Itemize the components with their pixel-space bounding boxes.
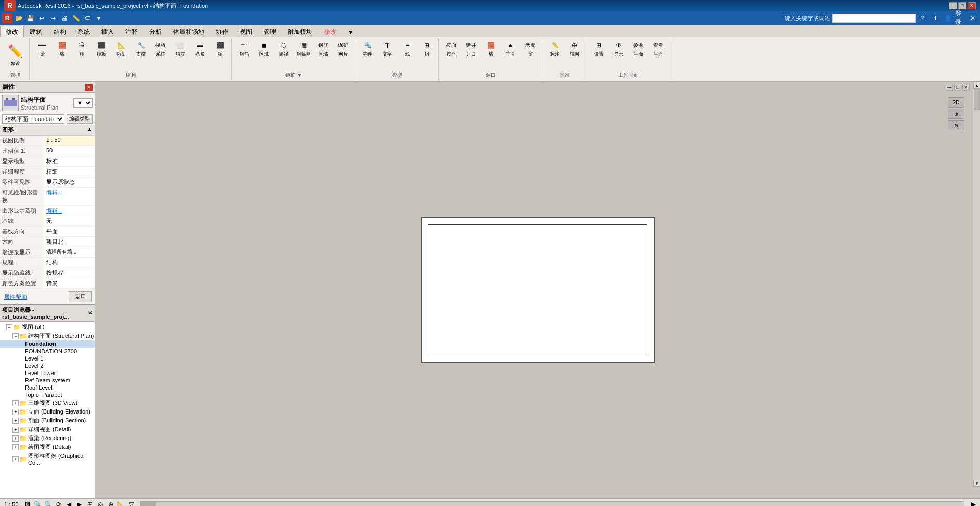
status-snap2-button[interactable]: ◎ [96, 500, 105, 507]
qa-open-button[interactable]: 📂 [14, 13, 24, 23]
app-menu-button[interactable]: R [2, 13, 12, 23]
qa-dropdown-button[interactable]: ▼ [94, 13, 104, 23]
status-snap1-button[interactable]: ⊞ [85, 500, 95, 507]
tab-modify2[interactable]: 修改 [318, 26, 342, 37]
tool-wall-opening[interactable]: 🧱 墙 [481, 39, 500, 58]
apply-button[interactable]: 应用 [69, 291, 92, 302]
status-zoom-out-button[interactable]: 🔍 [44, 500, 53, 507]
tree-toggle-detail[interactable]: + [12, 427, 19, 433]
tab-manage[interactable]: 管理 [258, 26, 282, 37]
tab-modify[interactable]: 修改 [0, 26, 24, 37]
tool-ref-plane[interactable]: 参照 平面 [629, 39, 648, 58]
tree-toggle-section[interactable]: + [12, 418, 19, 424]
tool-rebar[interactable]: 〰 钢筋 [235, 39, 254, 58]
qa-redo-button[interactable]: ↪ [48, 13, 58, 23]
status-scrollbar[interactable] [140, 501, 964, 507]
prop-underlay-orientation-value[interactable]: 平面 [44, 227, 95, 236]
title-bar-controls[interactable]: — □ ✕ [949, 2, 976, 9]
tab-structure[interactable]: 结构 [48, 26, 72, 37]
status-forward-button[interactable]: ▶ [75, 500, 84, 507]
tree-item-foundation-2700[interactable]: FOUNDATION-2700 [0, 348, 95, 355]
tab-architecture[interactable]: 建筑 [24, 26, 48, 37]
tree-item-ref-beam[interactable]: Ref Beam system [0, 377, 95, 384]
view-minimize-button[interactable]: — [946, 84, 953, 91]
qa-tag-button[interactable]: 🏷 [82, 13, 93, 23]
tool-path-rebar[interactable]: ⬡ 路径 [275, 39, 293, 58]
tree-toggle-3dview[interactable]: + [12, 400, 19, 406]
properties-close-button[interactable]: ✕ [85, 84, 93, 91]
sign-in-button[interactable]: 登录 [955, 13, 965, 23]
tree-toggle-drawing-detail[interactable]: + [12, 444, 19, 450]
tab-addins[interactable]: 附加模块 [282, 26, 318, 37]
tool-slab[interactable]: ⬛ 板 [211, 39, 229, 58]
search-input[interactable] [832, 14, 916, 23]
tree-toggle-views[interactable]: − [6, 324, 12, 330]
tree-item-drawing-detail[interactable]: + 📁 绘图视图 (Detail) [0, 443, 95, 451]
tree-toggle-rendering[interactable]: + [12, 435, 19, 442]
tool-column[interactable]: 🏛 柱 [72, 39, 91, 58]
tool-isolated[interactable]: ⬜ 独立 [171, 39, 190, 58]
tree-toggle-graphical[interactable]: + [12, 456, 19, 462]
tool-floor-system[interactable]: 楼板 系统 [151, 39, 170, 58]
minimize-button[interactable]: — [949, 2, 957, 9]
properties-help-link[interactable]: 属性帮助 [2, 292, 29, 302]
tool-mesh[interactable]: ▦ 钢筋网 [294, 39, 313, 58]
tab-analysis[interactable]: 分析 [143, 26, 167, 37]
tool-cover[interactable]: 保护 网片 [334, 39, 352, 58]
tree-item-foundation[interactable]: Foundation [0, 340, 95, 348]
tree-item-top-parapet[interactable]: Top of Parapet [0, 391, 95, 398]
tool-show-workplane[interactable]: 👁 显示 [609, 39, 628, 58]
type-dropdown[interactable]: ▼ [73, 98, 93, 108]
tool-beam[interactable]: ━━ 梁 [33, 39, 51, 58]
prop-display-model-value[interactable]: 标准 [44, 156, 95, 166]
tree-item-section[interactable]: + 📁 剖面 (Building Section) [0, 416, 95, 425]
view-select[interactable]: 结构平面: Foundati [2, 114, 64, 124]
tool-model-text[interactable]: T 文字 [378, 39, 397, 58]
tab-insert[interactable]: 插入 [96, 26, 120, 37]
status-filter-button[interactable]: ▽ [127, 500, 136, 507]
tree-toggle-elevation[interactable]: + [12, 409, 19, 415]
tab-mass[interactable]: 体量和场地 [167, 26, 210, 37]
user-button[interactable]: 👤 [943, 13, 953, 23]
status-view-button[interactable]: 🖼 [23, 500, 32, 507]
scroll-down-button[interactable]: ▼ [973, 480, 980, 487]
prop-parts-value[interactable]: 显示原状态 [44, 177, 95, 187]
tree-item-3d-view[interactable]: + 📁 三维视图 (3D View) [0, 398, 95, 407]
tool-model-line[interactable]: ━ 线 [398, 39, 416, 58]
help-button[interactable]: ? [918, 13, 928, 23]
browser-close-button[interactable]: ✕ [88, 310, 93, 316]
qa-print-button[interactable]: 🖨 [59, 13, 70, 23]
tool-formwork[interactable]: ⬛ 模板 [92, 39, 111, 58]
prop-vg-value[interactable]: 编辑... [44, 188, 95, 205]
tree-item-detail[interactable]: + 📁 详细视图 (Detail) [0, 425, 95, 434]
status-zoom-in-button[interactable]: 🔍 [33, 500, 43, 507]
edit-type-button[interactable]: 编辑类型 [67, 114, 93, 124]
tab-dropdown[interactable]: ▼ [342, 26, 360, 37]
close-button[interactable]: ✕ [968, 2, 976, 9]
tool-grid[interactable]: ⊕ 轴网 [565, 39, 584, 58]
tree-item-level2[interactable]: Level 2 [0, 362, 95, 369]
tool-strip[interactable]: ▬ 条形 [191, 39, 210, 58]
nav-pan-button[interactable]: ⊖ [948, 120, 964, 130]
prop-detail-value[interactable]: 精细 [44, 167, 95, 177]
view-close-button[interactable]: ✕ [962, 84, 970, 91]
tab-collaborate[interactable]: 协作 [210, 26, 234, 37]
tool-level[interactable]: 📏 标注 [545, 39, 564, 58]
qa-undo-button[interactable]: ↩ [36, 13, 47, 23]
status-refresh-button[interactable]: ⟳ [54, 500, 63, 507]
tool-component[interactable]: 🔩 构件 [358, 39, 377, 58]
tab-view[interactable]: 视图 [234, 26, 258, 37]
prop-underlay-value[interactable]: 无 [44, 216, 95, 226]
tool-vertical[interactable]: ▲ 垂直 [501, 39, 520, 58]
tool-mesh-area[interactable]: 钢筋 区域 [314, 39, 333, 58]
canvas-scrollbar-right[interactable]: ▲ ▼ [973, 82, 980, 487]
tool-wall[interactable]: 🧱 墙 [53, 39, 71, 58]
prop-scale-value[interactable]: 1 : 50 [44, 136, 95, 145]
tool-modify[interactable]: ✏️ 修改 [4, 39, 27, 71]
graphics-section-collapse[interactable]: ▲ [87, 126, 93, 134]
tab-systems[interactable]: 系统 [72, 26, 96, 37]
tree-item-level1[interactable]: Level 1 [0, 355, 95, 362]
tree-item-views-all[interactable]: − 📁 视图 (all) [0, 323, 95, 331]
tree-item-structural-plan[interactable]: − 📁 结构平面 (Structural Plan) [0, 331, 95, 340]
prop-discipline-value[interactable]: 结构 [44, 258, 95, 268]
